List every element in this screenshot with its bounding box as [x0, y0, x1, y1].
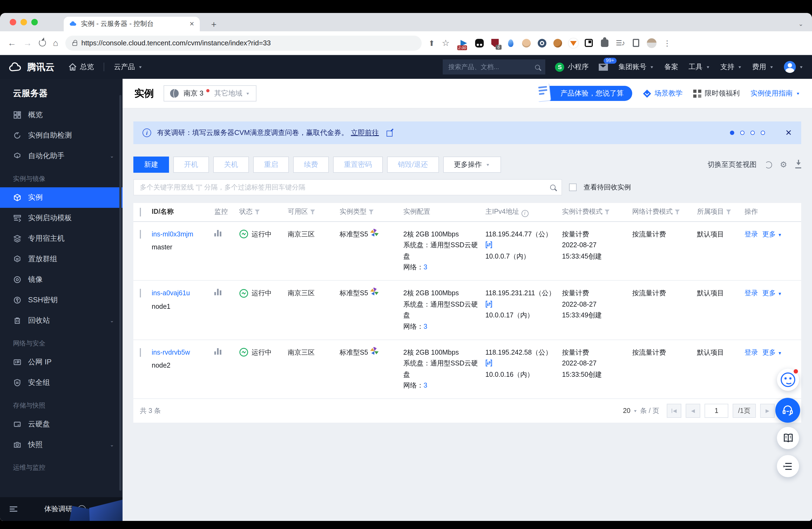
profile-avatar-icon[interactable]	[647, 38, 656, 48]
share-icon[interactable]: ⬆	[429, 39, 435, 47]
ublock-extension-icon[interactable]: 6	[490, 38, 500, 48]
sidebar-item-cloud-disks[interactable]: 云硬盘	[0, 414, 122, 435]
usage-guide-dropdown[interactable]: 实例使用指南▼	[751, 89, 800, 98]
instance-id-link[interactable]: ins-a0vaj61u	[152, 289, 190, 297]
row-more-dropdown[interactable]: 更多 ▼	[762, 349, 782, 356]
login-link[interactable]: 登录	[744, 230, 758, 238]
restart-button[interactable]: 重启	[253, 157, 289, 173]
filter-funnel-icon[interactable]	[310, 210, 315, 215]
other-regions-dropdown[interactable]: 其它地域▼	[214, 89, 250, 98]
sidebar-item-images[interactable]: 镜像	[0, 269, 122, 290]
banner-close-icon[interactable]: ✕	[785, 128, 792, 138]
home-button[interactable]: ⌂	[53, 38, 58, 48]
balloon-extension-icon[interactable]	[506, 38, 516, 48]
region-selector[interactable]: 南京 3 其它地域▼	[163, 85, 257, 102]
metamask-extension-icon[interactable]	[568, 38, 578, 48]
sidebar-item-placement-groups[interactable]: 置放群组	[0, 249, 122, 269]
browser-tab[interactable]: 实例 - 云服务器 - 控制台 ✕	[64, 17, 200, 31]
select-all-checkbox[interactable]	[140, 208, 141, 217]
switch-view-link[interactable]: 切换至页签视图	[708, 160, 757, 170]
nav-overview[interactable]: 总览	[69, 62, 94, 72]
next-page-button[interactable]: ▶	[760, 404, 775, 418]
current-page-input[interactable]: 1	[705, 404, 728, 418]
nav-tools[interactable]: 工具▼	[688, 62, 710, 72]
sidebar-item-ssh-keys[interactable]: SSH密钥	[0, 290, 122, 310]
filter-funnel-icon[interactable]	[369, 210, 374, 215]
nav-group-account[interactable]: 集团账号▼	[619, 62, 654, 72]
row-more-dropdown[interactable]: 更多 ▼	[762, 230, 782, 238]
monitor-chart-icon[interactable]	[214, 229, 221, 236]
nav-products[interactable]: 云产品▼	[114, 62, 143, 72]
prev-page-button[interactable]: ◀	[686, 404, 700, 418]
col-zone[interactable]: 可用区	[288, 203, 339, 221]
cookie-extension-icon[interactable]	[553, 38, 563, 48]
login-link[interactable]: 登录	[744, 289, 758, 297]
more-actions-dropdown[interactable]: 更多操作▼	[443, 157, 501, 173]
ip-convert-icon[interactable]	[485, 241, 492, 248]
flag-extension-icon[interactable]: 2.00	[459, 38, 469, 48]
power-on-button[interactable]: 开机	[173, 157, 209, 173]
sidebar-extension-icon[interactable]	[631, 38, 641, 48]
new-tab-button[interactable]: ＋	[209, 20, 218, 29]
col-status[interactable]: 状态	[239, 203, 288, 221]
puzzle-extensions-icon[interactable]	[600, 38, 610, 48]
survey-link[interactable]: 体验调研	[44, 504, 72, 514]
ip-convert-icon[interactable]	[485, 359, 492, 367]
playlist-extension-icon[interactable]: ☰♪	[615, 38, 625, 48]
row-checkbox[interactable]	[140, 348, 141, 356]
col-billing[interactable]: 实例计费模式	[562, 203, 632, 221]
monitor-chart-icon[interactable]	[214, 288, 221, 295]
privacy-extension-icon[interactable]	[475, 38, 484, 48]
reload-button[interactable]	[39, 40, 46, 46]
sidebar-item-snapshots[interactable]: 快照 ⌄	[0, 435, 122, 455]
row-checkbox[interactable]	[140, 230, 141, 238]
nav-support[interactable]: 支持▼	[720, 62, 742, 72]
nav-billing[interactable]: 费用▼	[752, 62, 774, 72]
filter-funnel-icon[interactable]	[255, 210, 260, 215]
sidebar-item-self-check[interactable]: 实例自助检测	[0, 125, 122, 146]
forward-button[interactable]: →	[23, 38, 32, 48]
create-button[interactable]: 新建	[133, 157, 169, 173]
col-type[interactable]: 实例类型	[339, 203, 403, 221]
network-link[interactable]: 3	[423, 264, 427, 271]
sidebar-item-dedicated-hosts[interactable]: 专用宿主机	[0, 228, 122, 249]
limited-benefits-link[interactable]: 限时领福利	[693, 89, 740, 98]
carousel-dot[interactable]	[740, 131, 745, 135]
minimize-window-button[interactable]	[20, 19, 27, 25]
feedback-float-button[interactable]	[777, 369, 799, 391]
ip-convert-icon[interactable]	[485, 300, 492, 307]
search-icon[interactable]	[550, 185, 555, 190]
bookmark-star-icon[interactable]: ☆	[442, 38, 450, 48]
filter-funnel-icon[interactable]	[726, 210, 731, 215]
row-more-dropdown[interactable]: 更多 ▼	[762, 289, 782, 297]
first-page-button[interactable]: ◀	[667, 404, 681, 418]
renew-button[interactable]: 续费	[293, 157, 329, 173]
banner-go-link[interactable]: 立即前往	[351, 128, 379, 138]
carousel-dot[interactable]	[751, 131, 755, 135]
destroy-button[interactable]: 销毁/退还	[387, 157, 439, 173]
zoom-window-button[interactable]	[31, 19, 38, 25]
sidebar-item-recycle-bin[interactable]: 回收站 ⌄	[0, 310, 122, 331]
carousel-dot[interactable]	[761, 131, 765, 135]
settings-gear-icon[interactable]: ⚙	[780, 160, 787, 170]
network-link[interactable]: 3	[423, 323, 427, 330]
instance-search-input[interactable]: 多个关键字用竖线 "|" 分隔，多个过滤标签用回车键分隔	[133, 179, 562, 195]
reset-password-button[interactable]: 重置密码	[333, 157, 383, 173]
nav-messages[interactable]: 99+	[599, 63, 608, 71]
close-tab-icon[interactable]: ✕	[189, 20, 194, 28]
product-feedback-button[interactable]: 产品体验，您说了算	[543, 86, 632, 101]
page-size-dropdown[interactable]: 20 ▼ 条 / 页	[623, 406, 659, 415]
recycle-checkbox[interactable]	[569, 183, 577, 191]
survey-float-button[interactable]	[777, 455, 799, 477]
collapse-sidebar-icon[interactable]	[10, 506, 17, 512]
filter-funnel-icon[interactable]	[605, 210, 610, 215]
instance-id-link[interactable]: ins-ml0x3mjm	[152, 230, 193, 238]
info-icon[interactable]: i	[521, 210, 528, 217]
carousel-dot-active[interactable]	[730, 131, 735, 135]
back-button[interactable]: ←	[8, 38, 16, 48]
support-float-button[interactable]	[775, 398, 800, 423]
sidebar-item-public-ip[interactable]: 公网 IP	[0, 352, 122, 372]
sidebar-item-overview[interactable]: 概览	[0, 105, 122, 125]
reader-extension-icon[interactable]	[584, 38, 594, 48]
network-link[interactable]: 3	[423, 382, 427, 390]
